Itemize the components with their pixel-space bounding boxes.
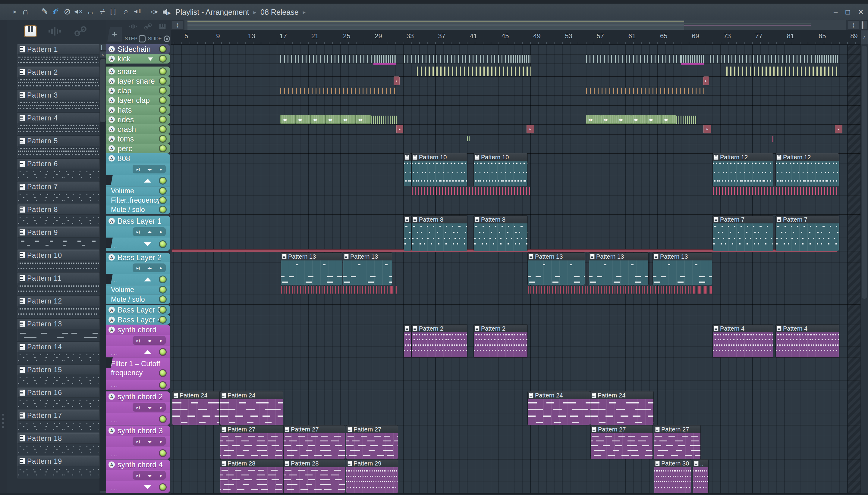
track-mute-led[interactable] bbox=[160, 56, 166, 62]
mini-audio-clip[interactable]: ▸ bbox=[396, 125, 403, 133]
pattern-item-header[interactable]: Pattern 13 bbox=[17, 319, 99, 329]
track-row-rides[interactable]: Arides bbox=[106, 115, 170, 124]
pattern-clip[interactable]: Pattern 13 bbox=[343, 253, 392, 285]
pattern-clip[interactable] bbox=[404, 153, 411, 186]
monitor-speaker-icon[interactable]: ◂▸ bbox=[148, 338, 152, 343]
track-name-lclap[interactable]: layer clap bbox=[117, 96, 150, 105]
automation-lane-label[interactable]: Filter..frequency bbox=[111, 196, 160, 204]
audio-clip-rides[interactable]: ◄►.. bbox=[280, 115, 295, 124]
paint-brush-icon[interactable]: ✐ bbox=[50, 5, 62, 17]
track-name-rides[interactable]: rides bbox=[117, 115, 134, 124]
track-row-sc4[interactable]: ▸)◂▸● bbox=[106, 470, 170, 481]
pattern-clip[interactable]: Pattern 28 bbox=[284, 459, 345, 493]
pattern-item-header[interactable]: Pattern 17 bbox=[17, 410, 99, 421]
track-mute-led[interactable] bbox=[160, 416, 166, 422]
track-row-syn[interactable]: ... bbox=[106, 346, 170, 357]
breadcrumb[interactable]: ▸ Playlist - Arrangement ▸ 08 Release ▸ bbox=[163, 6, 310, 17]
pattern-clip[interactable]: Pattern 8 bbox=[474, 216, 527, 251]
track-row-bl2[interactable]: ... bbox=[106, 274, 170, 285]
track-name-sidechain[interactable]: Sidechain bbox=[117, 45, 151, 54]
pattern-clip[interactable]: Pattern 7 bbox=[713, 216, 773, 251]
pattern-list-item[interactable]: Pattern 2 bbox=[17, 67, 99, 89]
pattern-clip-header[interactable] bbox=[404, 153, 411, 161]
pattern-clip-header[interactable]: Pattern 2 bbox=[412, 325, 467, 332]
select-tool-icon[interactable]: [ ] bbox=[107, 5, 119, 17]
collapse-down-icon[interactable] bbox=[144, 485, 151, 489]
lane-mute-led[interactable] bbox=[160, 370, 166, 376]
track-mute-led[interactable] bbox=[160, 276, 166, 283]
track-name-clap[interactable]: clap bbox=[117, 86, 131, 95]
track-mute-led[interactable] bbox=[160, 46, 166, 52]
lane-mute-led[interactable] bbox=[160, 296, 166, 302]
track-name-bl3[interactable]: Bass Layer 3 bbox=[117, 306, 162, 314]
lane-mute-led[interactable] bbox=[160, 287, 166, 293]
track-row-lsnare[interactable]: Alayer snare bbox=[106, 76, 170, 86]
pattern-clip-header[interactable]: Pattern 12 bbox=[776, 153, 839, 161]
pattern-list-item[interactable]: Pattern 1 bbox=[17, 44, 99, 67]
collapse-up-icon[interactable] bbox=[144, 178, 151, 183]
track-name-bl2[interactable]: Bass Layer 2 bbox=[117, 253, 162, 262]
pattern-list-item[interactable]: Pattern 14 bbox=[17, 342, 99, 364]
collapse-up-icon[interactable] bbox=[144, 277, 151, 281]
pattern-clip-header[interactable]: Pattern 27 bbox=[284, 425, 345, 433]
mini-audio-clip[interactable]: ▸ bbox=[703, 76, 709, 85]
track-options-dots[interactable]: ... bbox=[111, 349, 119, 356]
automation-view-icon[interactable] bbox=[144, 22, 152, 30]
pattern-clip-header[interactable]: Pattern 7 bbox=[776, 216, 839, 223]
pattern-item-header[interactable]: Pattern 11 bbox=[17, 273, 99, 283]
track-name-crash[interactable]: crash bbox=[117, 125, 136, 134]
track-name-808[interactable]: 808 bbox=[117, 154, 130, 163]
timeline-ruler[interactable]: 5913172125293337414549535761656973778185… bbox=[170, 30, 861, 45]
pattern-clip-header[interactable]: Pattern 24 bbox=[220, 391, 283, 399]
record-arm-icon[interactable]: ▸) bbox=[136, 439, 140, 444]
pattern-clip-header[interactable]: Pattern 13 bbox=[653, 253, 712, 260]
vertical-scrollbar[interactable]: ∧ bbox=[861, 30, 868, 493]
pattern-item-header[interactable]: Pattern 8 bbox=[17, 204, 99, 215]
pattern-item-header[interactable]: Pattern 6 bbox=[17, 159, 99, 169]
wave-filter-icon[interactable] bbox=[48, 25, 62, 38]
track-row-toms[interactable]: Atoms bbox=[106, 134, 170, 143]
pattern-clip[interactable]: Pattern 13 bbox=[589, 253, 648, 285]
track-row-crash[interactable]: Acrash bbox=[106, 124, 170, 134]
track-mute-led[interactable] bbox=[160, 146, 166, 151]
track-mute-led[interactable] bbox=[160, 126, 166, 132]
track-row-lclap[interactable]: Alayer clap bbox=[106, 96, 170, 105]
track-row-syn[interactable]: Asynth chord bbox=[106, 325, 170, 335]
record-arm-icon[interactable]: ▸) bbox=[136, 405, 140, 409]
audio-clip-rides[interactable]: ◄►.. bbox=[616, 115, 631, 124]
dot-icon[interactable]: ● bbox=[160, 439, 162, 444]
pattern-clip-header[interactable] bbox=[404, 325, 411, 332]
monitor-speaker-icon[interactable]: ◂▸ bbox=[148, 439, 152, 444]
pattern-clip[interactable]: Pattern 4 bbox=[713, 325, 773, 357]
pattern-clip[interactable]: Pattern 27 bbox=[591, 425, 653, 459]
track-row-808-sub[interactable]: Filter..frequency bbox=[106, 195, 170, 205]
pattern-scroll-thumb[interactable] bbox=[100, 59, 105, 122]
lane-mute-led[interactable] bbox=[160, 188, 166, 194]
add-track-tab-button[interactable]: + bbox=[107, 27, 122, 41]
pattern-list-item[interactable]: Pattern 12 bbox=[17, 296, 99, 318]
pattern-list-item[interactable]: Pattern 15 bbox=[17, 365, 99, 387]
track-mute-led[interactable] bbox=[160, 78, 166, 84]
pattern-clip[interactable]: Pattern 28 bbox=[220, 459, 283, 493]
track-name-bl4[interactable]: Bass Layer 4 bbox=[117, 315, 162, 324]
track-row-kick[interactable]: Akick bbox=[106, 54, 170, 64]
pattern-list-item[interactable]: Pattern 3 bbox=[17, 90, 99, 112]
pattern-item-header[interactable]: Pattern 4 bbox=[17, 113, 99, 123]
track-row-syn-sub[interactable]: Filter 1 – Cutoff frequency bbox=[106, 357, 170, 380]
track-mute-led[interactable] bbox=[160, 107, 166, 113]
vertical-scrollbar-thumb[interactable] bbox=[862, 46, 867, 299]
pattern-item-header[interactable]: Pattern 18 bbox=[17, 433, 99, 444]
track-row-clap[interactable]: Aclap bbox=[106, 86, 170, 96]
pattern-item-header[interactable]: Pattern 14 bbox=[17, 342, 99, 352]
minimize-button[interactable]: – bbox=[834, 8, 838, 16]
pattern-scroll-grab[interactable]: ▎ bbox=[99, 44, 106, 51]
track-mute-led[interactable] bbox=[160, 88, 166, 93]
track-row-sc4[interactable]: Asynth chord 4 bbox=[106, 459, 170, 470]
audio-clip-rides[interactable]: ◄►.. bbox=[661, 115, 676, 124]
pattern-clip[interactable]: Pattern 24 bbox=[173, 391, 219, 425]
audio-clip-rides[interactable]: ◄►.. bbox=[631, 115, 646, 124]
automation-lane-label[interactable]: Filter 1 – Cutoff frequency bbox=[111, 359, 160, 377]
pattern-clip-header[interactable]: Pattern 8 bbox=[474, 216, 527, 223]
track-row-bl2-sub[interactable]: Volume bbox=[106, 285, 170, 294]
pattern-item-header[interactable]: Pattern 19 bbox=[17, 456, 99, 466]
